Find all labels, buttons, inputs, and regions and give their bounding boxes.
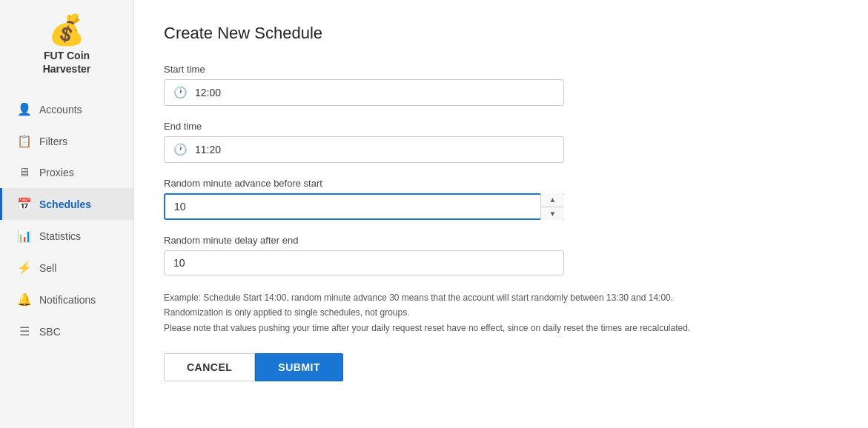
- sell-icon: ⚡: [17, 261, 32, 275]
- sidebar-nav: 👤Accounts📋Filters🖥Proxies📅Schedules📊Stat…: [0, 93, 133, 347]
- submit-button[interactable]: SUBMIT: [255, 353, 343, 381]
- random-delay-input[interactable]: [164, 250, 564, 275]
- sidebar-item-schedules[interactable]: 📅Schedules: [0, 188, 133, 220]
- statistics-icon: 📊: [17, 229, 32, 243]
- sidebar-item-proxies[interactable]: 🖥Proxies: [0, 157, 133, 188]
- clock-icon-start: 🕐: [173, 86, 188, 99]
- app-icon: 💰: [48, 15, 85, 44]
- accounts-icon: 👤: [17, 102, 32, 116]
- sidebar-item-accounts[interactable]: 👤Accounts: [0, 93, 133, 125]
- sidebar-label-accounts: Accounts: [39, 104, 82, 116]
- sidebar-label-statistics: Statistics: [39, 230, 81, 242]
- schedules-icon: 📅: [17, 197, 32, 211]
- notifications-icon: 🔔: [17, 292, 32, 307]
- filters-icon: 📋: [17, 134, 32, 148]
- spinner-buttons: ▲ ▼: [540, 193, 564, 220]
- button-row: CANCEL SUBMIT: [164, 353, 838, 381]
- spinner-up-button[interactable]: ▲: [541, 193, 564, 207]
- start-time-group: Start time 🕐 12:00: [164, 64, 838, 106]
- proxies-icon: 🖥: [17, 166, 32, 179]
- end-time-input[interactable]: 🕐 11:20: [164, 136, 564, 163]
- main-content: Create New Schedule Start time 🕐 12:00 E…: [134, 0, 868, 428]
- end-time-label: End time: [164, 121, 838, 132]
- clock-icon-end: 🕐: [173, 143, 188, 156]
- sidebar-item-notifications[interactable]: 🔔Notifications: [0, 284, 133, 315]
- sidebar-label-filters: Filters: [39, 136, 67, 147]
- sidebar-label-sbc: SBC: [39, 326, 61, 338]
- sidebar-label-sell: Sell: [39, 262, 56, 274]
- sidebar-label-schedules: Schedules: [39, 198, 91, 210]
- sidebar: 💰 FUT CoinHarvester 👤Accounts📋Filters🖥Pr…: [0, 0, 134, 428]
- random-advance-input[interactable]: [164, 193, 564, 220]
- app-name: FUT CoinHarvester: [43, 49, 91, 76]
- start-time-input[interactable]: 🕐 12:00: [164, 79, 564, 106]
- end-time-value: 11:20: [195, 144, 221, 156]
- random-advance-label: Random minute advance before start: [164, 178, 838, 189]
- random-delay-group: Random minute delay after end: [164, 235, 838, 275]
- sidebar-label-notifications: Notifications: [39, 294, 96, 306]
- sidebar-item-sell[interactable]: ⚡Sell: [0, 252, 133, 284]
- random-advance-wrapper: ▲ ▼: [164, 193, 564, 220]
- start-time-label: Start time: [164, 64, 838, 75]
- sbc-icon: ☰: [17, 324, 32, 338]
- spinner-down-button[interactable]: ▼: [541, 207, 564, 221]
- random-advance-group: Random minute advance before start ▲ ▼: [164, 178, 838, 220]
- page-title: Create New Schedule: [164, 24, 838, 43]
- start-time-value: 12:00: [195, 87, 221, 98]
- sidebar-item-sbc[interactable]: ☰SBC: [0, 315, 133, 347]
- hint-text: Example: Schedule Start 14:00, random mi…: [164, 290, 838, 335]
- sidebar-item-filters[interactable]: 📋Filters: [0, 125, 133, 157]
- sidebar-item-statistics[interactable]: 📊Statistics: [0, 220, 133, 252]
- end-time-group: End time 🕐 11:20: [164, 121, 838, 163]
- app-logo: 💰 FUT CoinHarvester: [43, 15, 91, 76]
- sidebar-label-proxies: Proxies: [39, 167, 74, 178]
- cancel-button[interactable]: CANCEL: [164, 353, 255, 381]
- random-delay-label: Random minute delay after end: [164, 235, 838, 246]
